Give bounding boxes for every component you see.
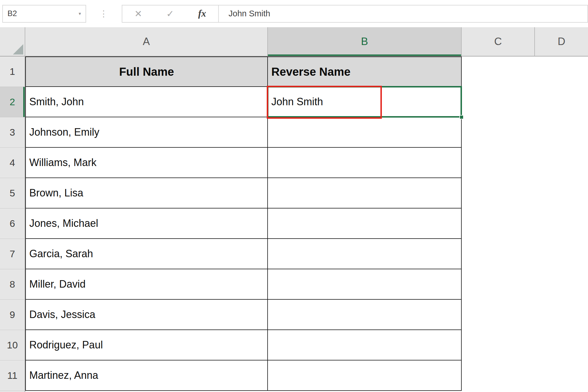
cell-a9-text: Davis, Jessica <box>29 309 95 321</box>
cell-a2[interactable]: Smith, John <box>25 87 268 117</box>
select-all-corner[interactable] <box>0 27 25 56</box>
row-header-1[interactable]: 1 <box>0 56 25 87</box>
table-row: 4 Williams, Mark <box>0 148 588 178</box>
cancel-icon[interactable]: ✕ <box>134 8 142 19</box>
cell-a5[interactable]: Brown, Lisa <box>25 178 268 208</box>
column-header-d[interactable]: D <box>535 27 588 56</box>
column-header-c[interactable]: C <box>462 27 535 56</box>
table-row: 5 Brown, Lisa <box>0 178 588 208</box>
cell-a1[interactable]: Full Name <box>25 56 268 87</box>
cell-b2-selected[interactable]: John Smith <box>268 87 462 117</box>
cell-a8[interactable]: Miller, David <box>25 269 268 300</box>
cell-a9[interactable]: Davis, Jessica <box>25 300 268 330</box>
column-header-row: A B C D <box>0 27 588 56</box>
row-header-9[interactable]: 9 <box>0 300 25 330</box>
row-header-3[interactable]: 3 <box>0 117 25 148</box>
formula-bar-drag-handle-icon[interactable]: ⋮ <box>99 9 108 18</box>
table-row: 3 Johnson, Emily <box>0 117 588 148</box>
select-all-triangle-icon <box>13 44 23 54</box>
cell-b7[interactable] <box>268 239 462 269</box>
formula-bar: B2 ▾ ⋮ ✕ ✓ fx John Smith <box>0 0 588 27</box>
cell-a3[interactable]: Johnson, Emily <box>25 117 268 148</box>
fill-handle[interactable] <box>459 115 464 119</box>
column-header-a[interactable]: A <box>25 27 268 56</box>
row-header-10[interactable]: 10 <box>0 330 25 360</box>
sheet-grid: A B C D 1 Full Name Reverse Name 2 Smith… <box>0 27 588 392</box>
cell-b1-text: Reverse Name <box>271 65 351 78</box>
table-row: 9 Davis, Jessica <box>0 300 588 330</box>
row-header-8[interactable]: 8 <box>0 269 25 300</box>
table-row: 11 Martinez, Anna <box>0 360 588 391</box>
table-row: 6 Jones, Michael <box>0 208 588 239</box>
cell-b8[interactable] <box>268 269 462 300</box>
table-row: 8 Miller, David <box>0 269 588 300</box>
table-row: 7 Garcia, Sarah <box>0 239 588 269</box>
cell-a7[interactable]: Garcia, Sarah <box>25 239 268 269</box>
formula-bar-buttons: ✕ ✓ fx <box>122 5 219 23</box>
enter-icon[interactable]: ✓ <box>166 8 174 19</box>
row-header-5[interactable]: 5 <box>0 178 25 208</box>
cell-a3-text: Johnson, Emily <box>29 126 99 138</box>
cell-a10-text: Rodriguez, Paul <box>29 339 103 351</box>
cell-b1[interactable]: Reverse Name <box>268 56 462 87</box>
name-box-dropdown-icon[interactable]: ▾ <box>79 11 86 16</box>
cell-a6-text: Jones, Michael <box>29 217 98 229</box>
formula-input[interactable]: John Smith <box>219 5 588 23</box>
cell-b10[interactable] <box>268 330 462 360</box>
row-header-2[interactable]: 2 <box>0 87 25 117</box>
insert-function-icon[interactable]: fx <box>198 8 206 19</box>
cell-a8-text: Miller, David <box>29 278 86 290</box>
cell-a7-text: Garcia, Sarah <box>29 248 93 260</box>
cell-b5[interactable] <box>268 178 462 208</box>
row-header-6[interactable]: 6 <box>0 208 25 239</box>
row-header-11[interactable]: 11 <box>0 360 25 391</box>
table-row <box>0 391 588 392</box>
cell-a2-text: Smith, John <box>29 96 84 108</box>
spreadsheet-app: B2 ▾ ⋮ ✕ ✓ fx John Smith A B C D 1 F <box>0 0 588 392</box>
row-header-4[interactable]: 4 <box>0 148 25 178</box>
cell-a5-text: Brown, Lisa <box>29 187 83 199</box>
cell-a11-text: Martinez, Anna <box>29 369 98 381</box>
row-header-7[interactable]: 7 <box>0 239 25 269</box>
cell-b4[interactable] <box>268 148 462 178</box>
cell-b6[interactable] <box>268 208 462 239</box>
row-header-12-partial[interactable] <box>0 391 25 392</box>
table-row: 2 Smith, John John Smith <box>0 87 588 117</box>
cell-a1-text: Full Name <box>119 65 174 78</box>
formula-input-value: John Smith <box>229 9 270 18</box>
cell-a11[interactable]: Martinez, Anna <box>25 360 268 391</box>
name-box-value[interactable]: B2 <box>3 9 79 18</box>
name-box[interactable]: B2 ▾ <box>2 5 86 23</box>
cell-b11[interactable] <box>268 360 462 391</box>
cell-b9[interactable] <box>268 300 462 330</box>
cell-a4[interactable]: Williams, Mark <box>25 148 268 178</box>
cell-a6[interactable]: Jones, Michael <box>25 208 268 239</box>
cell-a10[interactable]: Rodriguez, Paul <box>25 330 268 360</box>
column-header-b[interactable]: B <box>268 27 462 56</box>
table-row: 1 Full Name Reverse Name <box>0 56 588 87</box>
table-row: 10 Rodriguez, Paul <box>0 330 588 360</box>
cell-a4-text: Williams, Mark <box>29 157 96 169</box>
cell-b3[interactable] <box>268 117 462 148</box>
cell-b2-text: John Smith <box>271 96 323 108</box>
